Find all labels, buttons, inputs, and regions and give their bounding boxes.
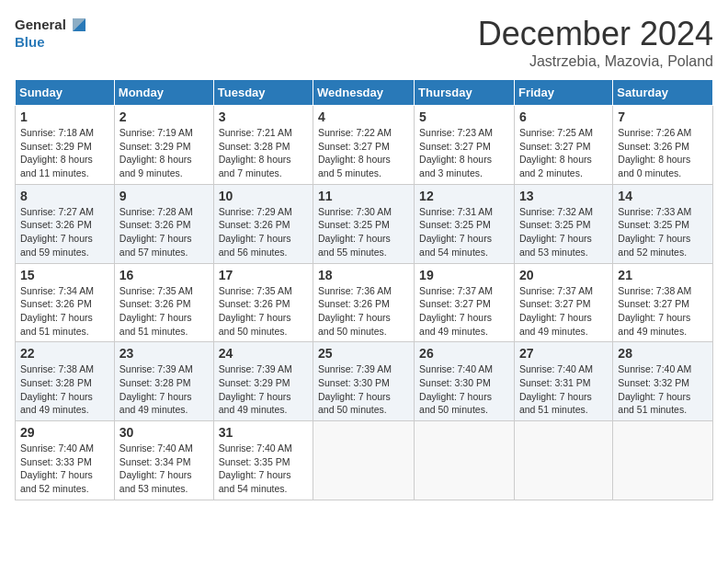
page-header: General Blue December 2024 Jastrzebia, M…	[15, 15, 713, 70]
day-number: 31	[219, 425, 308, 440]
calendar-cell: 26 Sunrise: 7:40 AMSunset: 3:30 PMDaylig…	[415, 342, 515, 421]
cell-info: Sunrise: 7:23 AMSunset: 3:27 PMDaylight:…	[419, 126, 509, 180]
calendar-week-row: 8 Sunrise: 7:27 AMSunset: 3:26 PMDayligh…	[16, 184, 713, 263]
calendar-cell: 4 Sunrise: 7:22 AMSunset: 3:27 PMDayligh…	[313, 106, 415, 185]
day-number: 25	[318, 346, 409, 361]
calendar-cell: 23 Sunrise: 7:39 AMSunset: 3:28 PMDaylig…	[114, 342, 213, 421]
day-number: 8	[20, 189, 109, 203]
day-header-wednesday: Wednesday	[313, 80, 415, 106]
calendar-table: SundayMondayTuesdayWednesdayThursdayFrid…	[15, 79, 713, 500]
cell-info: Sunrise: 7:32 AMSunset: 3:25 PMDaylight:…	[519, 205, 608, 259]
day-number: 17	[219, 268, 308, 282]
calendar-cell: 28 Sunrise: 7:40 AMSunset: 3:32 PMDaylig…	[613, 342, 713, 421]
cell-info: Sunrise: 7:40 AMSunset: 3:31 PMDaylight:…	[519, 362, 608, 417]
calendar-cell: 15 Sunrise: 7:34 AMSunset: 3:26 PMDaylig…	[16, 263, 115, 342]
logo: General Blue	[15, 15, 89, 51]
logo-triangle-icon	[69, 15, 89, 35]
cell-info: Sunrise: 7:40 AMSunset: 3:35 PMDaylight:…	[219, 442, 308, 496]
day-number: 14	[618, 189, 708, 203]
day-number: 26	[419, 346, 509, 361]
day-number: 5	[419, 109, 509, 124]
cell-info: Sunrise: 7:29 AMSunset: 3:26 PMDaylight:…	[219, 205, 308, 259]
day-number: 9	[119, 189, 209, 203]
calendar-cell: 16 Sunrise: 7:35 AMSunset: 3:26 PMDaylig…	[114, 263, 213, 342]
cell-info: Sunrise: 7:33 AMSunset: 3:25 PMDaylight:…	[618, 205, 708, 259]
day-header-thursday: Thursday	[415, 80, 515, 106]
day-header-tuesday: Tuesday	[213, 80, 313, 106]
cell-info: Sunrise: 7:18 AMSunset: 3:29 PMDaylight:…	[20, 126, 109, 180]
title-block: December 2024 Jastrzebia, Mazovia, Polan…	[478, 15, 713, 70]
day-number: 6	[519, 109, 608, 124]
calendar-week-row: 1 Sunrise: 7:18 AMSunset: 3:29 PMDayligh…	[16, 106, 713, 185]
cell-info: Sunrise: 7:40 AMSunset: 3:32 PMDaylight:…	[618, 362, 708, 417]
cell-info: Sunrise: 7:40 AMSunset: 3:34 PMDaylight:…	[119, 442, 209, 496]
day-number: 3	[219, 109, 308, 124]
day-number: 13	[519, 189, 608, 203]
month-title: December 2024	[478, 15, 713, 53]
day-number: 1	[20, 109, 109, 124]
calendar-cell: 21 Sunrise: 7:38 AMSunset: 3:27 PMDaylig…	[613, 263, 713, 342]
calendar-cell: 11 Sunrise: 7:30 AMSunset: 3:25 PMDaylig…	[313, 184, 415, 263]
day-number: 30	[119, 425, 209, 440]
cell-info: Sunrise: 7:34 AMSunset: 3:26 PMDaylight:…	[20, 284, 109, 339]
calendar-cell: 6 Sunrise: 7:25 AMSunset: 3:27 PMDayligh…	[514, 106, 612, 185]
cell-info: Sunrise: 7:31 AMSunset: 3:25 PMDaylight:…	[419, 205, 509, 259]
cell-info: Sunrise: 7:22 AMSunset: 3:27 PMDaylight:…	[318, 126, 409, 180]
cell-info: Sunrise: 7:30 AMSunset: 3:25 PMDaylight:…	[318, 205, 409, 259]
logo-general: General	[15, 17, 66, 33]
day-number: 22	[20, 346, 109, 361]
cell-info: Sunrise: 7:37 AMSunset: 3:27 PMDaylight:…	[419, 284, 509, 339]
calendar-cell: 30 Sunrise: 7:40 AMSunset: 3:34 PMDaylig…	[114, 421, 213, 500]
calendar-cell: 1 Sunrise: 7:18 AMSunset: 3:29 PMDayligh…	[16, 106, 115, 185]
cell-info: Sunrise: 7:28 AMSunset: 3:26 PMDaylight:…	[119, 205, 209, 259]
calendar-cell: 13 Sunrise: 7:32 AMSunset: 3:25 PMDaylig…	[514, 184, 612, 263]
day-number: 29	[20, 425, 109, 440]
calendar-cell	[514, 421, 612, 500]
cell-info: Sunrise: 7:38 AMSunset: 3:27 PMDaylight:…	[618, 284, 708, 339]
day-number: 4	[318, 109, 409, 124]
day-number: 12	[419, 189, 509, 203]
day-header-friday: Friday	[514, 80, 612, 106]
day-header-monday: Monday	[114, 80, 213, 106]
calendar-cell: 24 Sunrise: 7:39 AMSunset: 3:29 PMDaylig…	[213, 342, 313, 421]
calendar-cell: 9 Sunrise: 7:28 AMSunset: 3:26 PMDayligh…	[114, 184, 213, 263]
day-number: 11	[318, 189, 409, 203]
logo-blue: Blue	[15, 35, 89, 51]
cell-info: Sunrise: 7:39 AMSunset: 3:30 PMDaylight:…	[318, 362, 409, 417]
calendar-cell	[613, 421, 713, 500]
cell-info: Sunrise: 7:40 AMSunset: 3:33 PMDaylight:…	[20, 442, 109, 496]
day-number: 23	[119, 346, 209, 361]
calendar-cell	[313, 421, 415, 500]
cell-info: Sunrise: 7:40 AMSunset: 3:30 PMDaylight:…	[419, 362, 509, 417]
location-subtitle: Jastrzebia, Mazovia, Poland	[478, 53, 713, 70]
calendar-cell: 27 Sunrise: 7:40 AMSunset: 3:31 PMDaylig…	[514, 342, 612, 421]
day-number: 19	[419, 268, 509, 282]
cell-info: Sunrise: 7:27 AMSunset: 3:26 PMDaylight:…	[20, 205, 109, 259]
calendar-cell: 12 Sunrise: 7:31 AMSunset: 3:25 PMDaylig…	[415, 184, 515, 263]
calendar-cell: 29 Sunrise: 7:40 AMSunset: 3:33 PMDaylig…	[16, 421, 115, 500]
calendar-cell: 20 Sunrise: 7:37 AMSunset: 3:27 PMDaylig…	[514, 263, 612, 342]
calendar-cell: 17 Sunrise: 7:35 AMSunset: 3:26 PMDaylig…	[213, 263, 313, 342]
day-number: 15	[20, 268, 109, 282]
calendar-cell: 25 Sunrise: 7:39 AMSunset: 3:30 PMDaylig…	[313, 342, 415, 421]
day-header-sunday: Sunday	[16, 80, 115, 106]
calendar-cell: 31 Sunrise: 7:40 AMSunset: 3:35 PMDaylig…	[213, 421, 313, 500]
calendar-week-row: 22 Sunrise: 7:38 AMSunset: 3:28 PMDaylig…	[16, 342, 713, 421]
day-number: 24	[219, 346, 308, 361]
cell-info: Sunrise: 7:26 AMSunset: 3:26 PMDaylight:…	[618, 126, 708, 180]
calendar-cell: 18 Sunrise: 7:36 AMSunset: 3:26 PMDaylig…	[313, 263, 415, 342]
calendar-header-row: SundayMondayTuesdayWednesdayThursdayFrid…	[16, 80, 713, 106]
calendar-cell	[415, 421, 515, 500]
day-number: 10	[219, 189, 308, 203]
cell-info: Sunrise: 7:35 AMSunset: 3:26 PMDaylight:…	[219, 284, 308, 339]
cell-info: Sunrise: 7:39 AMSunset: 3:28 PMDaylight:…	[119, 362, 209, 417]
calendar-week-row: 15 Sunrise: 7:34 AMSunset: 3:26 PMDaylig…	[16, 263, 713, 342]
calendar-cell: 7 Sunrise: 7:26 AMSunset: 3:26 PMDayligh…	[613, 106, 713, 185]
calendar-cell: 14 Sunrise: 7:33 AMSunset: 3:25 PMDaylig…	[613, 184, 713, 263]
calendar-cell: 19 Sunrise: 7:37 AMSunset: 3:27 PMDaylig…	[415, 263, 515, 342]
day-number: 28	[618, 346, 708, 361]
calendar-cell: 5 Sunrise: 7:23 AMSunset: 3:27 PMDayligh…	[415, 106, 515, 185]
cell-info: Sunrise: 7:21 AMSunset: 3:28 PMDaylight:…	[219, 126, 308, 180]
cell-info: Sunrise: 7:39 AMSunset: 3:29 PMDaylight:…	[219, 362, 308, 417]
calendar-cell: 8 Sunrise: 7:27 AMSunset: 3:26 PMDayligh…	[16, 184, 115, 263]
